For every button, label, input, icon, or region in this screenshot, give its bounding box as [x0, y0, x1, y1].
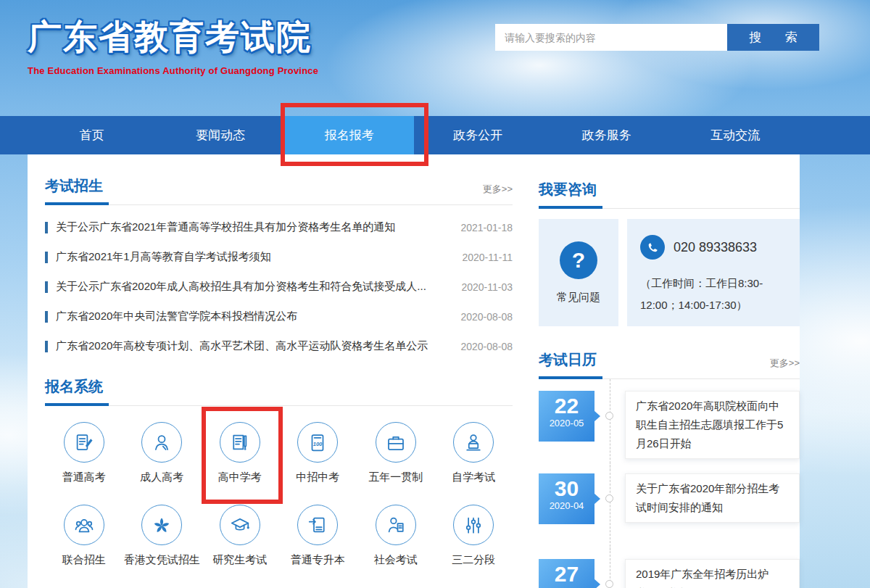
news-date: 2020-08-08	[460, 341, 513, 352]
news-bullet	[45, 222, 48, 233]
news-date: 2020-11-03	[461, 281, 513, 293]
system-item-label: 高中学考	[201, 471, 279, 484]
sliders-icon	[453, 505, 494, 545]
right-column: 我要咨询 ? 常见问题 020 89338633	[539, 154, 800, 588]
system-item-label: 自学考试	[435, 471, 513, 484]
news-row[interactable]: 广东省2020年高校专项计划、高水平艺术团、高水平运动队资格考生名单公示 202…	[45, 331, 513, 361]
calendar-item: 30 2020-04 关于广东省2020年部分招生考试时间安排的通知	[539, 473, 800, 539]
system-item-five-year[interactable]: 五年一贯制	[357, 422, 435, 484]
system-item-hk-dse[interactable]: 香港文凭试招生	[123, 505, 202, 567]
calendar-list: 22 2020-05 广东省2020年高职院校面向中职生自主招生志愿填报工作于5…	[539, 391, 800, 588]
system-item-label: 中招中考	[279, 471, 357, 484]
system-item-label: 普通高考	[45, 471, 123, 484]
timeline-node-icon	[605, 494, 613, 502]
signup-systems-grid: 普通高考 成人高考	[45, 422, 513, 567]
system-item-zhongkao[interactable]: 100 中招中考	[279, 422, 357, 484]
nav-item-gov-services[interactable]: 政务服务	[542, 116, 671, 154]
work-time-text: （工作时间：工作日8:30-12:00；14:00-17:30）	[640, 273, 787, 316]
system-item-postgraduate[interactable]: 研究生考试	[201, 505, 279, 567]
calendar-event-card[interactable]: 广东省2020年高职院校面向中职生自主招生志愿填报工作于5月26日开始	[625, 391, 800, 459]
section-underline	[45, 405, 513, 406]
calendar-item: 22 2020-05 广东省2020年高职院校面向中职生自主招生志愿填报工作于5…	[539, 391, 800, 459]
question-mark-icon: ?	[560, 241, 597, 279]
phone-card: 020 89338633 （工作时间：工作日8:30-12:00；14:00-1…	[627, 219, 800, 326]
news-row[interactable]: 广东省2021年1月高等教育自学考试报考须知 2020-11-11	[45, 242, 513, 272]
site-subtitle: The Education Examinations Authority of …	[28, 65, 318, 76]
search-bar: 搜 索	[495, 24, 819, 51]
news-row[interactable]: 关于公示广东省2021年普通高等学校招生具有加分资格考生名单的通知 2021-0…	[45, 212, 513, 242]
calendar-event-card[interactable]: 关于广东省2020年部分招生考试时间安排的通知	[625, 473, 800, 523]
exam-news-header: 考试招生 更多>>	[45, 154, 513, 196]
people-group-icon	[64, 505, 104, 545]
person-doc-icon	[376, 505, 416, 545]
news-title: 广东省2021年1月高等教育自学考试报考须知	[56, 250, 449, 264]
system-item-segment[interactable]: 三二分段	[435, 505, 513, 567]
graduation-cap-icon	[220, 505, 260, 545]
news-row[interactable]: 广东省2020年中央司法警官学院本科投档情况公布 2020-08-08	[45, 302, 513, 331]
nav-item-home[interactable]: 首页	[28, 116, 157, 154]
system-item-label: 三二分段	[435, 553, 513, 567]
doc-pen-icon	[220, 422, 260, 463]
system-item-label: 联合招生	[45, 553, 123, 567]
phone-icon	[640, 235, 665, 260]
nav-item-gov-affairs[interactable]: 政务公开	[414, 116, 543, 154]
phone-number: 020 89338633	[674, 240, 757, 255]
consult-header: 我要咨询	[539, 154, 800, 199]
news-title: 广东省2020年中央司法警官学院本科投档情况公布	[56, 310, 447, 323]
search-button[interactable]: 搜 索	[727, 24, 819, 51]
calendar-date-badge: 27 2019-02	[539, 559, 594, 588]
news-row[interactable]: 关于公示广东省2020年成人高校招生具有加分资格考生和符合免试接受成人... 2…	[45, 272, 513, 302]
calendar-timeline	[594, 391, 625, 459]
section-underline	[539, 378, 800, 379]
news-bullet	[45, 281, 48, 293]
system-item-joint-admission[interactable]: 联合招生	[45, 505, 123, 567]
timeline-node-icon	[605, 412, 613, 420]
exam-news-list: 关于公示广东省2021年普通高等学校招生具有加分资格考生名单的通知 2021-0…	[45, 212, 513, 361]
section-underline	[539, 208, 800, 209]
system-item-upgrade[interactable]: 普通专升本	[279, 505, 357, 567]
section-underline	[45, 204, 513, 205]
calendar-date-badge: 30 2020-04	[539, 473, 594, 524]
briefcase-icon	[376, 422, 416, 463]
calendar-more-link[interactable]: 更多>>	[770, 357, 800, 370]
nav-item-interaction[interactable]: 互动交流	[671, 116, 800, 154]
system-item-label: 成人高考	[123, 471, 202, 484]
signup-systems-header: 报名系统	[45, 361, 513, 397]
timeline-dash-line	[610, 379, 610, 471]
system-item-gaokao[interactable]: 普通高考	[45, 422, 123, 484]
calendar-day: 30	[539, 477, 594, 500]
system-item-social-exam[interactable]: 社会考试	[357, 505, 435, 567]
news-bullet	[45, 341, 48, 352]
system-item-label: 社会考试	[357, 553, 435, 567]
svg-text:100: 100	[313, 441, 323, 447]
news-date: 2020-11-11	[462, 252, 513, 263]
system-item-adult-gaokao[interactable]: 成人高考	[123, 422, 202, 484]
system-item-xuekao[interactable]: 高中学考	[201, 422, 279, 484]
calendar-date-badge: 22 2020-05	[539, 391, 594, 442]
nav-item-news[interactable]: 要闻动态	[157, 116, 286, 154]
main-nav: 首页 要闻动态 报名报考 政务公开 政务服务 互动交流	[0, 116, 870, 154]
search-input[interactable]	[495, 24, 727, 51]
left-column: 考试招生 更多>> 关于公示广东省2021年普通高等学校招生具有加分资格考生名单…	[45, 154, 513, 588]
news-date: 2021-01-18	[460, 222, 513, 233]
doc-pencil-icon	[64, 422, 104, 463]
news-title: 关于公示广东省2021年普通高等学校招生具有加分资格考生名单的通知	[56, 220, 447, 234]
faq-label: 常见问题	[557, 291, 600, 305]
main-content: 考试招生 更多>> 关于公示广东省2021年普通高等学校招生具有加分资格考生名单…	[28, 154, 800, 588]
timeline-dash-line	[610, 462, 610, 550]
news-title: 广东省2020年高校专项计划、高水平艺术团、高水平运动队资格考生名单公示	[56, 339, 447, 353]
system-item-self-study[interactable]: 自学考试	[435, 422, 513, 484]
calendar-event-card[interactable]: 2019年广东全年招考历出炉啦！快收好~	[625, 559, 800, 588]
person-laptop-icon	[453, 422, 494, 463]
site-title: 广东省教育考试院	[28, 15, 318, 60]
site-logo: 广东省教育考试院 The Education Examinations Auth…	[28, 15, 318, 76]
calendar-item: 27 2019-02 2019年广东全年招考历出炉啦！快收好~	[539, 559, 800, 588]
faq-card[interactable]: ? 常见问题	[539, 219, 618, 326]
news-bullet	[45, 311, 48, 323]
phone-row: 020 89338633	[640, 235, 787, 260]
exam-news-more-link[interactable]: 更多>>	[483, 183, 513, 196]
calendar-day: 22	[539, 394, 594, 418]
score-card-icon: 100	[297, 422, 338, 463]
system-item-label: 香港文凭试招生	[123, 553, 202, 567]
nav-item-registration[interactable]: 报名报考	[285, 116, 414, 154]
